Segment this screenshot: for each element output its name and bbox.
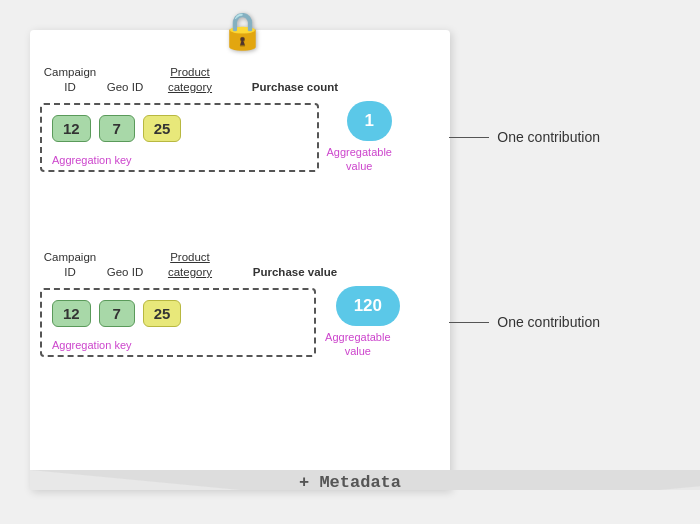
agg-key-label-1: Aggregation key <box>52 154 132 166</box>
purchase-header-2: Purchase value <box>250 265 340 280</box>
agg-value-wrapper-2: 120 Aggregatable value <box>316 286 400 359</box>
agg-value-label-2: Aggregatable value <box>316 330 400 359</box>
col-headers-1: Campaign ID Geo ID Product category Purc… <box>40 65 400 95</box>
geo-header-1: Geo ID <box>100 80 150 95</box>
purchase-header-1: Purchase count <box>250 80 340 95</box>
geo-header-2: Geo ID <box>100 265 150 280</box>
dashed-box-2: 12 7 25 Aggregation key <box>40 288 316 357</box>
geo-cell-2: 7 <box>99 300 135 327</box>
agg-key-label-2: Aggregation key <box>52 339 132 351</box>
contribution-line-1 <box>449 137 489 138</box>
agg-value-1: 1 <box>347 101 392 141</box>
contribution-line-2 <box>449 322 489 323</box>
product-cell-1: 25 <box>143 115 182 142</box>
dashed-box-1: 12 7 25 Aggregation key <box>40 103 319 172</box>
lock-icon: 🔒 <box>220 10 265 52</box>
product-cell-2: 25 <box>143 300 182 327</box>
product-header-1: Product category <box>150 65 230 95</box>
section-2: Campaign ID Geo ID Product category Purc… <box>40 250 400 358</box>
product-header-2: Product category <box>150 250 230 280</box>
campaign-cell-2: 12 <box>52 300 91 327</box>
agg-value-wrapper-1: 1 Aggregatable value <box>319 101 401 174</box>
contribution-row-2: 12 7 25 Aggregation key 120 Aggregatable… <box>40 286 400 359</box>
scene: 🔒 Campaign ID Geo ID Product category Pu… <box>0 0 700 524</box>
contribution-label-2: One contribution <box>449 314 600 330</box>
agg-value-label-1: Aggregatable value <box>319 145 401 174</box>
key-row-2: 12 7 25 <box>52 300 304 327</box>
col-headers-2: Campaign ID Geo ID Product category Purc… <box>40 250 400 280</box>
campaign-header-1: Campaign ID <box>40 65 100 95</box>
geo-cell-1: 7 <box>99 115 135 142</box>
section-1: Campaign ID Geo ID Product category Purc… <box>40 65 400 173</box>
key-row-1: 12 7 25 <box>52 115 307 142</box>
campaign-header-2: Campaign ID <box>40 250 100 280</box>
agg-value-2: 120 <box>336 286 400 326</box>
campaign-cell-1: 12 <box>52 115 91 142</box>
contribution-row-1: 12 7 25 Aggregation key 1 Aggregatable v… <box>40 101 400 174</box>
metadata-text: + Metadata <box>0 473 700 492</box>
contribution-label-1: One contribution <box>449 129 600 145</box>
